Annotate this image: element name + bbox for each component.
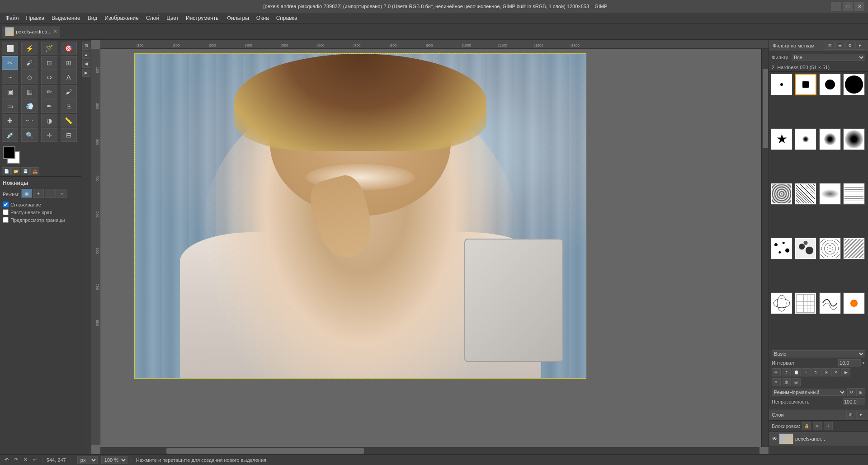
- brush-item-square[interactable]: [795, 74, 816, 95]
- opacity-input[interactable]: [843, 398, 865, 405]
- horizontal-scrollbar[interactable]: [100, 447, 760, 454]
- vertical-scrollbar[interactable]: [761, 49, 769, 447]
- brush-item-texture-6[interactable]: [795, 238, 816, 259]
- canvas-image-area[interactable]: [100, 49, 761, 447]
- maximize-button[interactable]: □: [843, 2, 853, 11]
- zoom-tool[interactable]: 🔍: [21, 128, 38, 142]
- menu-item-файл[interactable]: Файл: [2, 13, 23, 23]
- brush-tool-btn-2[interactable]: ↺: [782, 368, 791, 376]
- brush-list-view-btn[interactable]: ☰: [835, 42, 844, 50]
- brush-item-texture-10[interactable]: [795, 292, 816, 314]
- lock-move-btn[interactable]: ✛: [824, 422, 833, 430]
- status-unit-select[interactable]: px % mm cm in: [77, 456, 98, 464]
- tab-close-button[interactable]: ✕: [53, 29, 57, 34]
- layers-view-btn[interactable]: ⊞: [846, 411, 855, 419]
- brush-item-orange[interactable]: [843, 292, 865, 314]
- brush-item-texture-2[interactable]: [795, 183, 816, 205]
- mode-intersect-btn[interactable]: ∩: [57, 189, 67, 198]
- brush-item-texture-8[interactable]: [843, 238, 865, 259]
- brush-item-texture-1[interactable]: [771, 183, 793, 205]
- pencil-tool[interactable]: ✏: [41, 85, 57, 99]
- layer-mode-reset-btn[interactable]: ↺: [847, 388, 856, 396]
- strip-icon-2[interactable]: ▲: [82, 51, 90, 59]
- brush-tool-btn-6[interactable]: ⎘: [821, 368, 830, 376]
- heal-tool[interactable]: ✚: [2, 114, 18, 127]
- menu-item-цвет[interactable]: Цвет: [163, 13, 182, 23]
- fg-select-tool[interactable]: 🖌: [21, 56, 38, 70]
- lock-alpha-btn[interactable]: 🔒: [802, 422, 811, 430]
- brush-tool-btn-3[interactable]: 📋: [792, 368, 801, 376]
- brush-item-soft-small[interactable]: [795, 128, 816, 150]
- status-zoom-select[interactable]: 100 % 50 % 200 % 25 %: [101, 456, 127, 464]
- brush-filter-select[interactable]: Все: [792, 54, 865, 61]
- brush-item-texture-5[interactable]: [771, 238, 793, 259]
- cancel-button[interactable]: ✕: [23, 457, 28, 463]
- brush-grid-view-btn[interactable]: ⊞: [826, 42, 835, 50]
- measure-tool[interactable]: 📏: [61, 114, 77, 127]
- layer-mode-select[interactable]: РежимНормальный: [772, 389, 846, 396]
- strip-icon-3[interactable]: ◀: [82, 60, 90, 68]
- brush-extra-btn-1[interactable]: ≡: [772, 378, 781, 386]
- brush-settings-btn[interactable]: ⚙: [845, 42, 854, 50]
- interval-input[interactable]: [838, 359, 861, 366]
- brush-item-texture-11[interactable]: [819, 292, 841, 314]
- menu-item-слой[interactable]: Слой: [142, 13, 163, 23]
- foreground-color-swatch[interactable]: [3, 146, 15, 159]
- flip-tool[interactable]: ⇔: [41, 70, 57, 84]
- warp-tool[interactable]: ~: [2, 70, 18, 84]
- brush-item-soft-med[interactable]: [819, 128, 841, 150]
- dodge-burn-tool[interactable]: ◑: [41, 114, 57, 127]
- menu-item-вид[interactable]: Вид: [84, 13, 101, 23]
- ink-tool[interactable]: ✒: [41, 99, 57, 113]
- history-back-button[interactable]: ↶: [4, 457, 9, 463]
- align-tool[interactable]: ⊟: [61, 128, 77, 142]
- rect-select-tool[interactable]: ⬜: [2, 42, 18, 55]
- brush-item-tiny[interactable]: [771, 74, 793, 95]
- save-image-icon[interactable]: 💾: [21, 167, 30, 175]
- brush-tool-btn-4[interactable]: +: [802, 368, 811, 376]
- smudge-tool[interactable]: 〰: [21, 114, 38, 127]
- menu-item-справка[interactable]: Справка: [273, 13, 301, 23]
- mode-replace-btn[interactable]: ▣: [21, 189, 32, 198]
- brush-item-large[interactable]: [843, 74, 865, 95]
- airbrush-tool[interactable]: 💨: [21, 99, 38, 113]
- export-image-icon[interactable]: 📤: [30, 167, 39, 175]
- free-select-tool[interactable]: ⚡: [21, 42, 38, 55]
- brush-extra-btn-2[interactable]: 🗑: [782, 378, 791, 386]
- perspective-tool[interactable]: ◇: [21, 70, 38, 84]
- brush-extra-btn-3[interactable]: ⊟: [792, 378, 801, 386]
- brush-item-texture-7[interactable]: [819, 238, 841, 259]
- history-forward-button[interactable]: ↷: [13, 457, 19, 463]
- minimize-button[interactable]: –: [831, 2, 841, 11]
- brush-tool[interactable]: 🖌: [61, 85, 77, 99]
- clone-tool[interactable]: ⎘: [61, 99, 77, 113]
- mode-add-btn[interactable]: +: [33, 189, 44, 198]
- transform-tool[interactable]: ⊞: [61, 56, 77, 70]
- close-button[interactable]: ✕: [854, 2, 864, 11]
- brush-item-medium[interactable]: [819, 74, 841, 95]
- vertical-scrollbar-thumb[interactable]: [763, 69, 768, 148]
- layer-item[interactable]: 👁 pexels-andr...: [769, 432, 868, 446]
- paintbucket-tool[interactable]: ▣: [2, 85, 18, 99]
- brush-preset-select[interactable]: Basic: [772, 350, 865, 357]
- color-picker-tool[interactable]: 💉: [2, 128, 18, 142]
- layers-menu-btn[interactable]: ▼: [856, 411, 865, 419]
- confirm-button[interactable]: ↵: [32, 457, 38, 463]
- brush-item-soft-large[interactable]: [843, 128, 865, 150]
- brush-tool-btn-5[interactable]: ↻: [811, 368, 821, 376]
- crop-tool[interactable]: ⊡: [41, 56, 57, 70]
- brush-tool-btn-8[interactable]: ▶: [841, 368, 850, 376]
- fuzzy-select-tool[interactable]: 🪄: [41, 42, 57, 55]
- image-tab[interactable]: pexels-andrea... ✕: [2, 26, 60, 38]
- brush-item-texture-4[interactable]: [843, 183, 865, 205]
- open-image-icon[interactable]: 📂: [11, 167, 20, 175]
- menu-item-окна[interactable]: Окна: [253, 13, 273, 23]
- brush-panel-menu-btn[interactable]: ▼: [855, 42, 864, 50]
- menu-item-правка[interactable]: Правка: [23, 13, 48, 23]
- smooth-checkbox[interactable]: [3, 202, 9, 207]
- brush-item-texture-9[interactable]: [771, 292, 793, 314]
- text-tool[interactable]: A: [61, 70, 77, 84]
- scissors-select-tool[interactable]: ✂: [2, 56, 18, 70]
- horizontal-scrollbar-thumb[interactable]: [166, 448, 364, 454]
- move-tool[interactable]: ✛: [41, 128, 57, 142]
